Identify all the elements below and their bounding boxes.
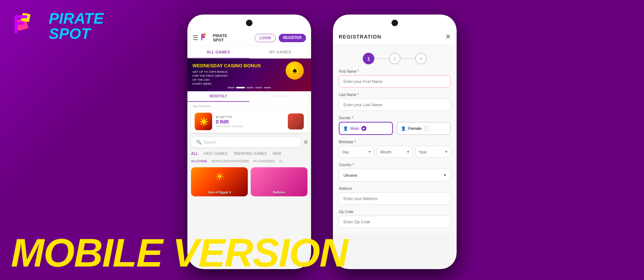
country-group: Country * Ukraine ▾ (339, 163, 451, 181)
phone1-logo: PIRATESPOT (201, 33, 227, 43)
year-label: Year (419, 150, 427, 154)
game-categories: ALL FAST GAMES TRENDING GAMES NEW (187, 150, 311, 158)
pirate-logo-icon (15, 12, 44, 41)
birthdate-group: Birthdate * Day ▾ Month ▾ Year ▾ (339, 140, 451, 158)
phone-2: REGISTRATION ✕ 1 2 ✓ First Name * Last N… (333, 15, 457, 269)
gender-male[interactable]: 👤 Male (339, 122, 393, 135)
game-balloon[interactable]: Balloon (251, 167, 307, 196)
last-name-label: Last Name * (339, 93, 451, 97)
close-icon[interactable]: ✕ (445, 33, 451, 41)
banner-dot-1 (227, 87, 235, 88)
female-label: Female (408, 126, 422, 131)
category-trending[interactable]: TRENDING GAMES (233, 152, 267, 156)
svg-rect-9 (201, 36, 204, 37)
gender-group: Gender * 👤 Male 👤 Female (339, 116, 451, 135)
game-balloon-label: Balloon (251, 191, 307, 194)
step-line-1 (374, 58, 389, 59)
winner-card: ID 94****47 0 INR 24/11/2024, 05:30:01 (191, 110, 307, 133)
gender-female[interactable]: 👤 Female (397, 122, 451, 135)
winners-section: MONTHLY WEEKLY Top Winners ID 94****47 0… (187, 91, 311, 133)
first-name-label: First Name * (339, 69, 451, 73)
top-winners-label: Top Winners (187, 102, 311, 109)
month-select[interactable]: Month ▾ (377, 146, 412, 158)
step-3: ✓ (415, 53, 427, 64)
zip-group: Zip Code (339, 210, 451, 228)
month-label: Month (380, 150, 391, 154)
provider-all[interactable]: ALL(7429) (191, 159, 207, 163)
gender-label: Gender * (339, 116, 451, 120)
winners-tabs: MONTHLY WEEKLY (187, 91, 311, 102)
winner-info: ID 94****47 0 INR 24/11/2024, 05:30:01 (216, 115, 284, 128)
winner-next-thumb (288, 113, 304, 129)
country-select[interactable]: Ukraine ▾ (339, 169, 451, 181)
birthdate-label: Birthdate * (339, 140, 451, 144)
address-label: Address (339, 187, 451, 191)
hamburger-icon[interactable]: ☰ (192, 34, 198, 42)
casino-banner: WEDNESDAY CASINO BONUS GET UP TO 100% BO… (187, 59, 311, 91)
category-new[interactable]: NEW (273, 152, 281, 156)
gender-options: 👤 Male 👤 Female (339, 122, 451, 135)
year-select[interactable]: Year ▾ (416, 146, 451, 158)
year-chevron: ▾ (445, 149, 448, 154)
phone-1-notch (246, 20, 253, 26)
register-button[interactable]: REGISTER (279, 34, 306, 42)
tab-my-games[interactable]: MY GAMES (249, 46, 311, 58)
winner-game-thumb (195, 113, 212, 130)
phone-2-notch (391, 20, 398, 26)
search-placeholder: Search (204, 140, 216, 144)
search-box[interactable]: 🔍 Search (191, 137, 301, 147)
banner-dots (227, 87, 271, 88)
game-sun-egypt-label: Sun of Egypt 3 (191, 191, 248, 194)
provider-more[interactable]: S... (279, 159, 284, 163)
search-icon: 🔍 (196, 140, 202, 145)
banner-coin-icon: ♠ (286, 61, 304, 80)
address-group: Address (339, 187, 451, 205)
tab-monthly[interactable]: MONTHLY (187, 91, 249, 102)
banner-dot-2 (236, 87, 245, 88)
address-input[interactable] (339, 192, 451, 205)
phone1-tabs: ALL GAMES MY GAMES (187, 46, 311, 59)
category-fast-games[interactable]: FAST GAMES (204, 152, 227, 156)
provider-playson[interactable]: PLAYSON(82) (253, 159, 275, 163)
zip-input[interactable] (339, 216, 451, 228)
banner-dot-3 (246, 87, 254, 88)
female-icon: 👤 (401, 126, 406, 131)
winner-id: ID 94****47 (216, 115, 284, 119)
step-indicator: 1 2 ✓ (333, 45, 457, 69)
game-sun-egypt[interactable]: Sun of Egypt 3 (191, 167, 248, 196)
provider-3oaks[interactable]: 3OAKS (BOOONGO)(98) (211, 159, 249, 163)
female-radio[interactable] (424, 126, 429, 131)
day-chevron: ▾ (369, 149, 371, 154)
last-name-input[interactable] (339, 99, 451, 111)
mobile-version-label: MOBILE VERSION (11, 233, 347, 273)
first-name-group: First Name * (339, 69, 451, 88)
birthdate-row: Day ▾ Month ▾ Year ▾ (339, 146, 451, 158)
tab-all-games[interactable]: ALL GAMES (187, 46, 249, 59)
logo-area: PIRATE SPOT (15, 11, 104, 41)
svg-rect-8 (201, 34, 206, 35)
male-radio[interactable] (361, 126, 366, 131)
login-button[interactable]: LOGIN (255, 34, 276, 42)
game-grid: Sun of Egypt 3 Balloon (187, 165, 311, 199)
svg-rect-3 (15, 15, 27, 18)
category-all[interactable]: ALL (191, 152, 198, 156)
svg-rect-4 (15, 22, 24, 25)
logo-text: PIRATE SPOT (49, 11, 104, 41)
provider-filter: ALL(7429) 3OAKS (BOOONGO)(98) PLAYSON(82… (187, 158, 311, 165)
phone-2-screen: REGISTRATION ✕ 1 2 ✓ First Name * Last N… (333, 15, 457, 269)
phone1-header-left: ☰ PIRATESPOT (192, 33, 227, 43)
tab-weekly[interactable]: WEEKLY (249, 91, 311, 102)
step-2: 2 (389, 53, 401, 64)
country-chevron: ▾ (444, 173, 446, 177)
day-select[interactable]: Day ▾ (339, 146, 374, 158)
zip-label: Zip Code (339, 210, 451, 214)
filter-icon[interactable]: ≡ (304, 139, 307, 145)
registration-header: REGISTRATION ✕ (333, 15, 457, 45)
country-label: Country * (339, 163, 451, 167)
first-name-input[interactable] (339, 75, 451, 88)
banner-dot-5 (264, 87, 271, 88)
male-icon: 👤 (343, 126, 348, 131)
registration-form: First Name * Last Name * Gender * 👤 Male (333, 69, 457, 233)
winner-amount: 0 INR (216, 119, 284, 125)
country-value: Ukraine (343, 173, 357, 177)
